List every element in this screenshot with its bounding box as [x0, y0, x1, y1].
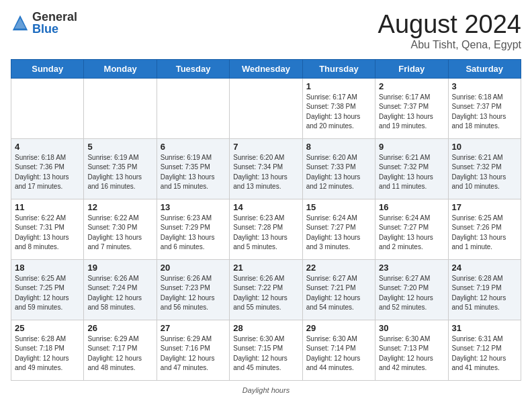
- calendar-cell: 1Sunrise: 6:17 AM Sunset: 7:38 PM Daylig…: [302, 78, 375, 138]
- logo-blue: Blue: [32, 23, 77, 35]
- page-header: General Blue August 2024 Abu Tisht, Qena…: [11, 11, 521, 51]
- day-number: 30: [379, 323, 444, 333]
- calendar-cell: 27Sunrise: 6:29 AM Sunset: 7:16 PM Dayli…: [157, 320, 229, 380]
- day-number: 16: [379, 202, 444, 212]
- weekday-header-wednesday: Wednesday: [230, 59, 302, 78]
- calendar-cell: 2Sunrise: 6:17 AM Sunset: 7:37 PM Daylig…: [375, 78, 448, 138]
- day-info: Sunrise: 6:24 AM Sunset: 7:27 PM Dayligh…: [306, 214, 371, 253]
- week-row-5: 25Sunrise: 6:28 AM Sunset: 7:18 PM Dayli…: [11, 320, 521, 380]
- day-number: 8: [306, 142, 371, 152]
- calendar-cell: 22Sunrise: 6:27 AM Sunset: 7:21 PM Dayli…: [302, 259, 375, 320]
- day-number: 2: [379, 81, 444, 91]
- calendar-cell: 15Sunrise: 6:24 AM Sunset: 7:27 PM Dayli…: [302, 199, 375, 259]
- day-info: Sunrise: 6:23 AM Sunset: 7:28 PM Dayligh…: [233, 214, 298, 253]
- day-number: 7: [233, 142, 298, 152]
- day-info: Sunrise: 6:19 AM Sunset: 7:35 PM Dayligh…: [87, 153, 152, 192]
- calendar-cell: 29Sunrise: 6:30 AM Sunset: 7:14 PM Dayli…: [302, 320, 375, 380]
- day-number: 27: [161, 323, 226, 333]
- calendar-cell: 11Sunrise: 6:22 AM Sunset: 7:31 PM Dayli…: [11, 199, 84, 259]
- day-info: Sunrise: 6:30 AM Sunset: 7:14 PM Dayligh…: [306, 334, 371, 373]
- week-row-1: 1Sunrise: 6:17 AM Sunset: 7:38 PM Daylig…: [11, 78, 521, 138]
- day-info: Sunrise: 6:26 AM Sunset: 7:23 PM Dayligh…: [161, 274, 226, 313]
- calendar-cell: 7Sunrise: 6:20 AM Sunset: 7:34 PM Daylig…: [230, 138, 302, 199]
- day-info: Sunrise: 6:18 AM Sunset: 7:36 PM Dayligh…: [15, 153, 80, 192]
- day-info: Sunrise: 6:18 AM Sunset: 7:37 PM Dayligh…: [452, 93, 517, 132]
- day-info: Sunrise: 6:19 AM Sunset: 7:35 PM Dayligh…: [161, 153, 226, 192]
- day-info: Sunrise: 6:28 AM Sunset: 7:18 PM Dayligh…: [15, 334, 80, 373]
- day-number: 6: [161, 142, 226, 152]
- weekday-header-friday: Friday: [375, 59, 448, 78]
- day-info: Sunrise: 6:26 AM Sunset: 7:22 PM Dayligh…: [233, 274, 298, 313]
- calendar-cell: 5Sunrise: 6:19 AM Sunset: 7:35 PM Daylig…: [84, 138, 157, 199]
- calendar-cell: 16Sunrise: 6:24 AM Sunset: 7:27 PM Dayli…: [375, 199, 448, 259]
- day-number: 19: [87, 263, 152, 273]
- day-info: Sunrise: 6:20 AM Sunset: 7:34 PM Dayligh…: [233, 153, 298, 192]
- calendar-cell: 4Sunrise: 6:18 AM Sunset: 7:36 PM Daylig…: [11, 138, 84, 199]
- calendar-cell: 6Sunrise: 6:19 AM Sunset: 7:35 PM Daylig…: [157, 138, 229, 199]
- calendar-cell: 3Sunrise: 6:18 AM Sunset: 7:37 PM Daylig…: [448, 78, 521, 138]
- day-info: Sunrise: 6:17 AM Sunset: 7:37 PM Dayligh…: [379, 93, 444, 132]
- calendar-cell: 18Sunrise: 6:25 AM Sunset: 7:25 PM Dayli…: [11, 259, 84, 320]
- weekday-header-sunday: Sunday: [11, 59, 84, 78]
- day-info: Sunrise: 6:27 AM Sunset: 7:20 PM Dayligh…: [379, 274, 444, 313]
- calendar-cell: 23Sunrise: 6:27 AM Sunset: 7:20 PM Dayli…: [375, 259, 448, 320]
- weekday-header-thursday: Thursday: [302, 59, 375, 78]
- week-row-2: 4Sunrise: 6:18 AM Sunset: 7:36 PM Daylig…: [11, 138, 521, 199]
- day-number: 4: [15, 142, 80, 152]
- calendar-cell: [230, 78, 302, 138]
- calendar-title: August 2024: [378, 11, 521, 39]
- footer-label: Daylight hours: [242, 386, 290, 394]
- day-info: Sunrise: 6:25 AM Sunset: 7:26 PM Dayligh…: [452, 214, 517, 253]
- logo-icon: [11, 13, 30, 32]
- day-number: 15: [306, 202, 371, 212]
- calendar-table: SundayMondayTuesdayWednesdayThursdayFrid…: [11, 59, 521, 381]
- calendar-cell: [84, 78, 157, 138]
- calendar-cell: 25Sunrise: 6:28 AM Sunset: 7:18 PM Dayli…: [11, 320, 84, 380]
- calendar-body: 1Sunrise: 6:17 AM Sunset: 7:38 PM Daylig…: [11, 78, 521, 380]
- calendar-cell: 21Sunrise: 6:26 AM Sunset: 7:22 PM Dayli…: [230, 259, 302, 320]
- day-number: 22: [306, 263, 371, 273]
- day-number: 28: [233, 323, 298, 333]
- calendar-cell: 20Sunrise: 6:26 AM Sunset: 7:23 PM Dayli…: [157, 259, 229, 320]
- day-number: 14: [233, 202, 298, 212]
- day-number: 20: [161, 263, 226, 273]
- day-info: Sunrise: 6:24 AM Sunset: 7:27 PM Dayligh…: [379, 214, 444, 253]
- day-number: 18: [15, 263, 80, 273]
- calendar-location: Abu Tisht, Qena, Egypt: [378, 39, 521, 51]
- day-number: 10: [452, 142, 517, 152]
- calendar-cell: 28Sunrise: 6:30 AM Sunset: 7:15 PM Dayli…: [230, 320, 302, 380]
- calendar-cell: 9Sunrise: 6:21 AM Sunset: 7:32 PM Daylig…: [375, 138, 448, 199]
- calendar-cell: 8Sunrise: 6:20 AM Sunset: 7:33 PM Daylig…: [302, 138, 375, 199]
- calendar-cell: 10Sunrise: 6:21 AM Sunset: 7:32 PM Dayli…: [448, 138, 521, 199]
- day-info: Sunrise: 6:30 AM Sunset: 7:13 PM Dayligh…: [379, 334, 444, 373]
- day-info: Sunrise: 6:25 AM Sunset: 7:25 PM Dayligh…: [15, 274, 80, 313]
- week-row-4: 18Sunrise: 6:25 AM Sunset: 7:25 PM Dayli…: [11, 259, 521, 320]
- calendar-cell: 13Sunrise: 6:23 AM Sunset: 7:29 PM Dayli…: [157, 199, 229, 259]
- day-number: 26: [87, 323, 152, 333]
- day-info: Sunrise: 6:27 AM Sunset: 7:21 PM Dayligh…: [306, 274, 371, 313]
- day-number: 5: [87, 142, 152, 152]
- calendar-cell: 30Sunrise: 6:30 AM Sunset: 7:13 PM Dayli…: [375, 320, 448, 380]
- day-info: Sunrise: 6:31 AM Sunset: 7:12 PM Dayligh…: [452, 334, 517, 373]
- day-info: Sunrise: 6:21 AM Sunset: 7:32 PM Dayligh…: [379, 153, 444, 192]
- week-row-3: 11Sunrise: 6:22 AM Sunset: 7:31 PM Dayli…: [11, 199, 521, 259]
- day-number: 25: [15, 323, 80, 333]
- weekday-header-tuesday: Tuesday: [157, 59, 229, 78]
- day-number: 29: [306, 323, 371, 333]
- day-info: Sunrise: 6:30 AM Sunset: 7:15 PM Dayligh…: [233, 334, 298, 373]
- day-number: 23: [379, 263, 444, 273]
- weekday-header-monday: Monday: [84, 59, 157, 78]
- calendar-cell: 24Sunrise: 6:28 AM Sunset: 7:19 PM Dayli…: [448, 259, 521, 320]
- day-info: Sunrise: 6:22 AM Sunset: 7:31 PM Dayligh…: [15, 214, 80, 253]
- calendar-header: SundayMondayTuesdayWednesdayThursdayFrid…: [11, 59, 521, 78]
- calendar-cell: 12Sunrise: 6:22 AM Sunset: 7:30 PM Dayli…: [84, 199, 157, 259]
- day-number: 17: [452, 202, 517, 212]
- day-number: 12: [87, 202, 152, 212]
- logo: General Blue: [11, 11, 77, 35]
- day-info: Sunrise: 6:21 AM Sunset: 7:32 PM Dayligh…: [452, 153, 517, 192]
- calendar-footer: Daylight hours: [11, 386, 521, 394]
- weekday-header-saturday: Saturday: [448, 59, 521, 78]
- weekday-header-row: SundayMondayTuesdayWednesdayThursdayFrid…: [11, 59, 521, 78]
- day-number: 21: [233, 263, 298, 273]
- day-info: Sunrise: 6:23 AM Sunset: 7:29 PM Dayligh…: [161, 214, 226, 253]
